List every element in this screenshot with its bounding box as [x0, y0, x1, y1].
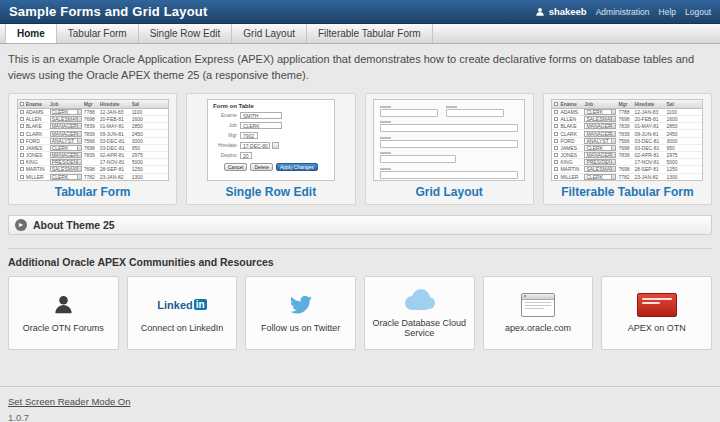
calendar-icon: [272, 142, 279, 149]
ename-cell: MILLER: [26, 174, 48, 180]
sal-cell: 2975: [132, 152, 146, 158]
grid-form-row: [380, 152, 518, 163]
ename-cell: CLARK: [560, 131, 582, 137]
user-name-link[interactable]: shakeeb: [549, 6, 587, 17]
row-checkbox: [20, 132, 24, 136]
mgr-cell: 7698: [618, 116, 632, 122]
hiredate-input: 17-DEC-80: [240, 142, 270, 149]
mini-table-row: ADAMSCLERK778812-JAN-831100: [18, 109, 168, 116]
sal-cell: 3000: [666, 138, 680, 144]
sal-cell: 1100: [132, 109, 146, 115]
nav-logout-link[interactable]: Logout: [685, 7, 711, 17]
col-sal: Sal: [132, 101, 146, 107]
resource-card-twitter[interactable]: Follow us on Twitter: [245, 276, 356, 350]
tabular-form-thumbnail: Ename Job Mgr Hiredate Sal ADAMSCLERK778…: [17, 99, 169, 181]
hiredate-cell: 09-JUN-81: [100, 131, 130, 137]
hiredate-cell: 03-DEC-81: [100, 138, 130, 144]
sal-cell: 1250: [132, 166, 146, 172]
user-icon: [535, 7, 545, 17]
resource-label: Oracle Database Cloud Service: [365, 318, 474, 340]
nav-administration-link[interactable]: Administration: [596, 7, 650, 17]
mgr-cell: 7698: [618, 145, 632, 151]
tab-bar: HomeTabular FormSingle Row EditGrid Layo…: [0, 24, 720, 44]
col-mgr: Mgr: [84, 101, 98, 107]
job-select: CLERK: [50, 145, 82, 151]
hiredate-cell: 01-MAY-81: [634, 123, 664, 129]
row-checkbox: [554, 110, 558, 114]
grid-form-field: [446, 106, 504, 117]
job-select: SALESMAN: [50, 166, 82, 172]
tab-home[interactable]: Home: [5, 24, 57, 43]
ename-cell: ADAMS: [26, 109, 48, 115]
nav-help-link[interactable]: Help: [659, 7, 676, 17]
dropdown-arrow-icon: [611, 153, 615, 157]
page-footer: Set Screen Reader Mode On 1.0.7: [0, 386, 720, 422]
mini-form-field: Hiredate 17-DEC-80: [213, 142, 329, 149]
resource-card-cloud-service[interactable]: Oracle Database Cloud Service: [364, 276, 475, 350]
mini-form-buttons: Cancel Delete Apply Changes: [213, 163, 329, 171]
sal-cell: 1300: [132, 174, 146, 180]
tab-single-row-edit[interactable]: Single Row Edit: [139, 24, 233, 43]
hiredate-cell: 01-MAY-81: [100, 123, 130, 129]
resource-card-otn-forums[interactable]: Oracle OTN Forums: [8, 276, 119, 350]
mgr-cell: 7782: [84, 174, 98, 180]
mini-table-row: BLAKEMANAGER783901-MAY-812850: [18, 123, 168, 130]
single-row-edit-link[interactable]: Single Row Edit: [226, 185, 317, 199]
mgr-cell: 7566: [618, 138, 632, 144]
resource-card-apex-oracle-com[interactable]: apex.oracle.com: [483, 276, 594, 350]
row-checkbox: [20, 117, 24, 121]
sal-cell: 1600: [132, 116, 146, 122]
mgr-cell: 7698: [84, 145, 98, 151]
row-checkbox: [554, 153, 558, 157]
mini-tabular-form: Ename Job Mgr Hiredate Sal ADAMSCLERK778…: [18, 100, 168, 180]
screen-reader-mode-link[interactable]: Set Screen Reader Mode On: [8, 396, 131, 407]
about-theme-region-toggle[interactable]: ▸ About Theme 25: [8, 215, 712, 235]
deptno-input: 20: [240, 152, 252, 159]
ename-cell: FORD: [26, 138, 48, 144]
mini-table-row: MILLERCLERK778223-JAN-821300: [18, 174, 168, 181]
ename-cell: ALLEN: [26, 116, 48, 122]
sal-cell: 1100: [666, 109, 680, 115]
app-version: 1.0.7: [8, 412, 712, 422]
job-select: ANALYST: [584, 138, 616, 144]
ename-cell: BLAKE: [26, 123, 48, 129]
dropdown-arrow-icon: [77, 160, 81, 164]
ename-cell: ADAMS: [560, 109, 582, 115]
hiredate-cell: 02-APR-81: [634, 152, 664, 158]
mini-form-field: Deptno 20: [213, 152, 329, 159]
tab-filterable-tabular-form[interactable]: Filterable Tabular Form: [307, 24, 433, 43]
grid-layout-link[interactable]: Grid Layout: [415, 185, 482, 199]
hiredate-cell: 12-JAN-83: [634, 109, 664, 115]
sal-cell: 5000: [132, 159, 146, 165]
sal-cell: 950: [666, 145, 680, 151]
tab-tabular-form[interactable]: Tabular Form: [57, 24, 139, 43]
header-nav: shakeeb Administration Help Logout: [535, 6, 711, 17]
resource-card-linkedin[interactable]: Linkedin Connect on LinkedIn: [127, 276, 238, 350]
hiredate-cell: 03-DEC-81: [634, 145, 664, 151]
row-checkbox: [20, 146, 24, 150]
mgr-cell: 7698: [618, 166, 632, 172]
browser-icon: [521, 292, 555, 318]
ename-cell: JONES: [560, 152, 582, 158]
mini-form-field: Ename SMITH: [213, 112, 329, 119]
row-checkbox: [554, 160, 558, 164]
tab-grid-layout[interactable]: Grid Layout: [232, 24, 307, 43]
mini-table-row: ADAMSCLERK778812-JAN-831100: [552, 109, 702, 116]
row-checkbox: [554, 146, 558, 150]
preview-card-single-row-edit: Form on Table Ename SMITH Job CLERK Mgr …: [186, 93, 355, 205]
filterable-tabular-form-link[interactable]: Filterable Tabular Form: [561, 185, 693, 199]
mini-table-row: ALLENSALESMAN769820-FEB-811600: [18, 116, 168, 123]
ename-cell: JAMES: [560, 145, 582, 151]
app-header: Sample Forms and Grid Layout shakeeb Adm…: [0, 0, 720, 24]
job-select: SALESMAN: [584, 166, 616, 172]
mgr-cell: 7698: [84, 166, 98, 172]
hiredate-cell: 17-NOV-81: [100, 159, 130, 165]
ename-cell: CLARK: [26, 131, 48, 137]
resource-card-apex-on-otn[interactable]: APEX on OTN: [601, 276, 712, 350]
mini-table-row: CLARKMANAGER783909-JUN-812450: [18, 130, 168, 137]
sal-cell: 1300: [666, 174, 680, 180]
mini-table-row: MARTINSALESMAN769828-SEP-811250: [18, 166, 168, 173]
row-checkbox: [20, 167, 24, 171]
grid-form-field: [380, 168, 518, 179]
tabular-form-link[interactable]: Tabular Form: [55, 185, 131, 199]
